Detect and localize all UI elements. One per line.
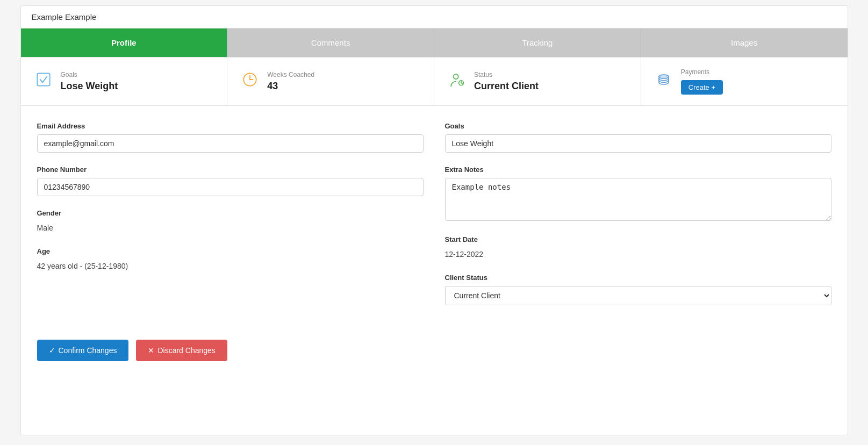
stats-bar: Goals Lose Weight Weeks Coached 43 (21, 58, 848, 106)
stat-status: Status Current Client (434, 58, 641, 105)
tab-profile[interactable]: Profile (21, 28, 228, 57)
payments-label: Payments (681, 68, 723, 76)
payments-stat-text: Payments Create + (681, 68, 723, 95)
tabs-bar: Profile Comments Tracking Images (21, 28, 848, 58)
footer-actions: ✓ Confirm Changes ✕ Discard Changes (21, 329, 848, 377)
goals-value: Lose Weight (61, 81, 118, 92)
form-area: Email Address Phone Number Gender Male A… (21, 106, 848, 329)
discard-changes-button[interactable]: ✕ Discard Changes (136, 340, 227, 361)
person-icon (447, 70, 467, 93)
goals-form-label: Goals (445, 122, 831, 130)
start-date-value: 12-12-2022 (445, 248, 831, 261)
stat-payments: Payments Create + (641, 58, 848, 105)
goals-input[interactable] (445, 134, 831, 153)
svg-point-8 (659, 75, 669, 78)
app-container: Example Example Profile Comments Trackin… (20, 5, 848, 435)
weeks-coached-stat-text: Weeks Coached 43 (267, 71, 314, 92)
start-date-group: Start Date 12-12-2022 (445, 235, 831, 261)
gender-group: Gender Male (37, 209, 424, 234)
status-label: Status (474, 71, 539, 78)
stat-weeks-coached: Weeks Coached 43 (227, 58, 434, 105)
age-group: Age 42 years old - (25-12-1980) (37, 247, 424, 272)
client-status-select[interactable]: Current Client Past Client Prospect (445, 286, 831, 305)
form-left-col: Email Address Phone Number Gender Male A… (37, 122, 424, 318)
gender-value: Male (37, 221, 424, 234)
svg-rect-0 (37, 73, 49, 85)
email-input[interactable] (37, 134, 424, 153)
status-stat-text: Status Current Client (474, 71, 539, 92)
form-right-col: Goals Extra Notes Example notes Start Da… (445, 122, 831, 318)
discard-changes-label: Discard Changes (157, 346, 215, 355)
stat-goals: Goals Lose Weight (21, 58, 228, 105)
create-payment-button[interactable]: Create + (681, 80, 723, 95)
extra-notes-label: Extra Notes (445, 166, 831, 174)
phone-group: Phone Number (37, 166, 424, 196)
age-label: Age (37, 247, 424, 255)
gender-label: Gender (37, 209, 424, 217)
client-status-label: Client Status (445, 274, 831, 282)
app-title: Example Example (21, 6, 848, 28)
confirm-changes-label: Confirm Changes (59, 346, 117, 355)
tab-images[interactable]: Images (641, 28, 848, 57)
goals-form-group: Goals (445, 122, 831, 153)
svg-line-7 (461, 83, 463, 84)
goals-stat-text: Goals Lose Weight (61, 71, 118, 92)
email-label: Email Address (37, 122, 424, 130)
confirm-check-icon: ✓ (49, 346, 55, 355)
start-date-label: Start Date (445, 235, 831, 243)
extra-notes-input[interactable]: Example notes (445, 178, 831, 221)
status-value: Current Client (474, 81, 539, 92)
extra-notes-group: Extra Notes Example notes (445, 166, 831, 223)
phone-label: Phone Number (37, 166, 424, 174)
coins-icon (654, 70, 673, 93)
discard-x-icon: ✕ (148, 346, 154, 355)
weeks-coached-label: Weeks Coached (267, 71, 314, 78)
svg-point-4 (454, 74, 458, 79)
goals-label: Goals (61, 71, 118, 78)
tab-tracking[interactable]: Tracking (434, 28, 641, 57)
client-status-group: Client Status Current Client Past Client… (445, 274, 831, 305)
clock-icon (240, 70, 260, 93)
tab-comments[interactable]: Comments (227, 28, 434, 57)
phone-input[interactable] (37, 178, 424, 196)
confirm-changes-button[interactable]: ✓ Confirm Changes (37, 340, 129, 361)
weeks-coached-value: 43 (267, 81, 314, 92)
email-group: Email Address (37, 122, 424, 153)
goals-icon (34, 70, 53, 93)
age-value: 42 years old - (25-12-1980) (37, 260, 424, 272)
